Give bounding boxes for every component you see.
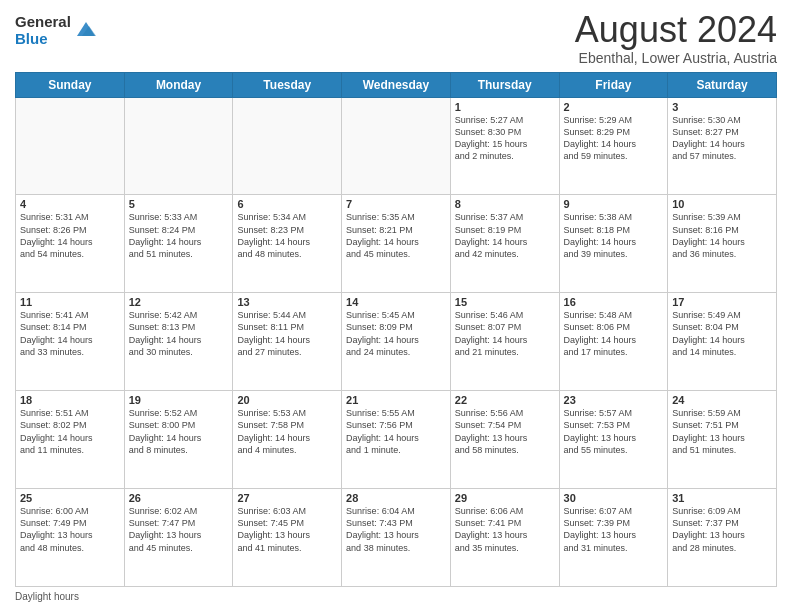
day-number: 9 (564, 198, 664, 210)
daylight-label: Daylight hours (15, 591, 79, 602)
calendar-cell: 10Sunrise: 5:39 AMSunset: 8:16 PMDayligh… (668, 195, 777, 293)
calendar-cell: 4Sunrise: 5:31 AMSunset: 8:26 PMDaylight… (16, 195, 125, 293)
calendar-cell: 18Sunrise: 5:51 AMSunset: 8:02 PMDayligh… (16, 391, 125, 489)
day-info: Sunrise: 5:53 AMSunset: 7:58 PMDaylight:… (237, 407, 337, 456)
day-info: Sunrise: 5:38 AMSunset: 8:18 PMDaylight:… (564, 211, 664, 260)
weekday-header-wednesday: Wednesday (342, 72, 451, 97)
day-info: Sunrise: 5:37 AMSunset: 8:19 PMDaylight:… (455, 211, 555, 260)
calendar-cell (124, 97, 233, 195)
day-info: Sunrise: 6:07 AMSunset: 7:39 PMDaylight:… (564, 505, 664, 554)
calendar-table: SundayMondayTuesdayWednesdayThursdayFrid… (15, 72, 777, 587)
day-number: 6 (237, 198, 337, 210)
calendar-cell: 21Sunrise: 5:55 AMSunset: 7:56 PMDayligh… (342, 391, 451, 489)
calendar-cell (16, 97, 125, 195)
logo-general: General (15, 14, 71, 31)
day-number: 24 (672, 394, 772, 406)
day-number: 11 (20, 296, 120, 308)
day-info: Sunrise: 5:27 AMSunset: 8:30 PMDaylight:… (455, 114, 555, 163)
footer: Daylight hours (15, 591, 777, 602)
calendar-cell: 2Sunrise: 5:29 AMSunset: 8:29 PMDaylight… (559, 97, 668, 195)
day-info: Sunrise: 5:41 AMSunset: 8:14 PMDaylight:… (20, 309, 120, 358)
day-number: 30 (564, 492, 664, 504)
calendar-cell (342, 97, 451, 195)
day-number: 3 (672, 101, 772, 113)
day-number: 17 (672, 296, 772, 308)
calendar-cell: 24Sunrise: 5:59 AMSunset: 7:51 PMDayligh… (668, 391, 777, 489)
day-info: Sunrise: 5:34 AMSunset: 8:23 PMDaylight:… (237, 211, 337, 260)
logo-icon (75, 18, 97, 40)
page: General Blue August 2024 Ebenthal, Lower… (0, 0, 792, 612)
day-info: Sunrise: 5:42 AMSunset: 8:13 PMDaylight:… (129, 309, 229, 358)
day-number: 25 (20, 492, 120, 504)
weekday-header-row: SundayMondayTuesdayWednesdayThursdayFrid… (16, 72, 777, 97)
calendar-cell: 27Sunrise: 6:03 AMSunset: 7:45 PMDayligh… (233, 489, 342, 587)
calendar-cell: 20Sunrise: 5:53 AMSunset: 7:58 PMDayligh… (233, 391, 342, 489)
day-info: Sunrise: 5:55 AMSunset: 7:56 PMDaylight:… (346, 407, 446, 456)
header: General Blue August 2024 Ebenthal, Lower… (15, 10, 777, 66)
day-number: 8 (455, 198, 555, 210)
day-info: Sunrise: 6:02 AMSunset: 7:47 PMDaylight:… (129, 505, 229, 554)
day-number: 10 (672, 198, 772, 210)
day-info: Sunrise: 6:00 AMSunset: 7:49 PMDaylight:… (20, 505, 120, 554)
calendar-cell: 31Sunrise: 6:09 AMSunset: 7:37 PMDayligh… (668, 489, 777, 587)
day-info: Sunrise: 5:45 AMSunset: 8:09 PMDaylight:… (346, 309, 446, 358)
logo-text: General Blue (15, 14, 71, 47)
calendar-cell: 23Sunrise: 5:57 AMSunset: 7:53 PMDayligh… (559, 391, 668, 489)
day-number: 26 (129, 492, 229, 504)
day-info: Sunrise: 5:29 AMSunset: 8:29 PMDaylight:… (564, 114, 664, 163)
day-number: 5 (129, 198, 229, 210)
calendar-cell: 25Sunrise: 6:00 AMSunset: 7:49 PMDayligh… (16, 489, 125, 587)
calendar-cell: 8Sunrise: 5:37 AMSunset: 8:19 PMDaylight… (450, 195, 559, 293)
day-number: 4 (20, 198, 120, 210)
day-info: Sunrise: 6:03 AMSunset: 7:45 PMDaylight:… (237, 505, 337, 554)
weekday-header-friday: Friday (559, 72, 668, 97)
location-title: Ebenthal, Lower Austria, Austria (575, 50, 777, 66)
day-info: Sunrise: 5:30 AMSunset: 8:27 PMDaylight:… (672, 114, 772, 163)
day-number: 21 (346, 394, 446, 406)
calendar-cell: 17Sunrise: 5:49 AMSunset: 8:04 PMDayligh… (668, 293, 777, 391)
calendar-cell: 14Sunrise: 5:45 AMSunset: 8:09 PMDayligh… (342, 293, 451, 391)
weekday-header-tuesday: Tuesday (233, 72, 342, 97)
day-info: Sunrise: 5:56 AMSunset: 7:54 PMDaylight:… (455, 407, 555, 456)
calendar-cell: 1Sunrise: 5:27 AMSunset: 8:30 PMDaylight… (450, 97, 559, 195)
calendar-cell: 26Sunrise: 6:02 AMSunset: 7:47 PMDayligh… (124, 489, 233, 587)
logo: General Blue (15, 14, 97, 47)
calendar-cell: 15Sunrise: 5:46 AMSunset: 8:07 PMDayligh… (450, 293, 559, 391)
day-number: 22 (455, 394, 555, 406)
calendar-cell: 19Sunrise: 5:52 AMSunset: 8:00 PMDayligh… (124, 391, 233, 489)
calendar-cell: 6Sunrise: 5:34 AMSunset: 8:23 PMDaylight… (233, 195, 342, 293)
weekday-header-sunday: Sunday (16, 72, 125, 97)
day-number: 13 (237, 296, 337, 308)
week-row-3: 11Sunrise: 5:41 AMSunset: 8:14 PMDayligh… (16, 293, 777, 391)
calendar-cell: 5Sunrise: 5:33 AMSunset: 8:24 PMDaylight… (124, 195, 233, 293)
day-info: Sunrise: 5:46 AMSunset: 8:07 PMDaylight:… (455, 309, 555, 358)
day-number: 16 (564, 296, 664, 308)
week-row-2: 4Sunrise: 5:31 AMSunset: 8:26 PMDaylight… (16, 195, 777, 293)
calendar-cell (233, 97, 342, 195)
day-number: 12 (129, 296, 229, 308)
day-info: Sunrise: 5:39 AMSunset: 8:16 PMDaylight:… (672, 211, 772, 260)
calendar-cell: 16Sunrise: 5:48 AMSunset: 8:06 PMDayligh… (559, 293, 668, 391)
day-info: Sunrise: 5:51 AMSunset: 8:02 PMDaylight:… (20, 407, 120, 456)
weekday-header-thursday: Thursday (450, 72, 559, 97)
day-number: 23 (564, 394, 664, 406)
day-number: 7 (346, 198, 446, 210)
day-info: Sunrise: 5:35 AMSunset: 8:21 PMDaylight:… (346, 211, 446, 260)
calendar-cell: 30Sunrise: 6:07 AMSunset: 7:39 PMDayligh… (559, 489, 668, 587)
day-number: 20 (237, 394, 337, 406)
day-number: 18 (20, 394, 120, 406)
day-number: 28 (346, 492, 446, 504)
calendar-cell: 22Sunrise: 5:56 AMSunset: 7:54 PMDayligh… (450, 391, 559, 489)
week-row-1: 1Sunrise: 5:27 AMSunset: 8:30 PMDaylight… (16, 97, 777, 195)
day-info: Sunrise: 5:44 AMSunset: 8:11 PMDaylight:… (237, 309, 337, 358)
calendar-cell: 7Sunrise: 5:35 AMSunset: 8:21 PMDaylight… (342, 195, 451, 293)
weekday-header-monday: Monday (124, 72, 233, 97)
day-number: 2 (564, 101, 664, 113)
day-info: Sunrise: 6:04 AMSunset: 7:43 PMDaylight:… (346, 505, 446, 554)
day-number: 14 (346, 296, 446, 308)
day-info: Sunrise: 5:31 AMSunset: 8:26 PMDaylight:… (20, 211, 120, 260)
day-number: 19 (129, 394, 229, 406)
day-number: 1 (455, 101, 555, 113)
day-number: 15 (455, 296, 555, 308)
day-info: Sunrise: 6:09 AMSunset: 7:37 PMDaylight:… (672, 505, 772, 554)
